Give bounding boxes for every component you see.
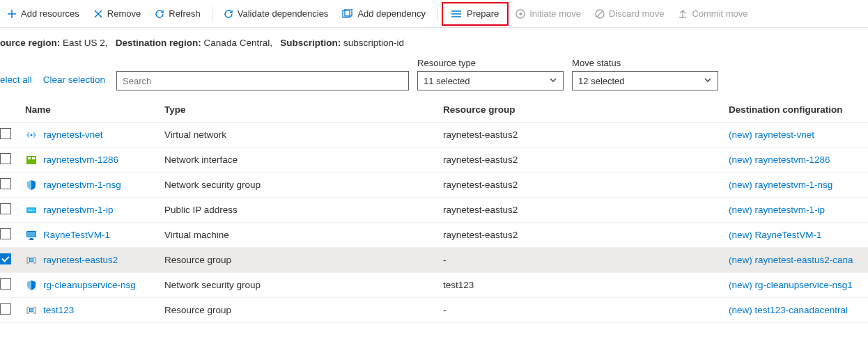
svg-point-14 — [33, 209, 34, 211]
commit-icon — [678, 9, 688, 19]
subscription-value: subscription-id — [343, 38, 404, 48]
svg-rect-16 — [27, 232, 36, 237]
resource-name-link[interactable]: RayneTestVM-1 — [43, 230, 110, 240]
commit-move-button[interactable]: Commit move — [671, 6, 754, 22]
resource-type-text: Network interface — [164, 155, 238, 165]
resource-name-link[interactable]: rg-cleanupservice-nsg — [43, 280, 136, 290]
destination-region-value: Canada Central, — [204, 38, 272, 48]
table-row: raynetest-vnet Virtual network raynetest… — [0, 122, 868, 148]
filter-row: elect all Clear selection Resource type … — [0, 58, 868, 97]
move-status-filter-label: Move status — [572, 58, 718, 68]
resource-type-filter-label: Resource type — [417, 58, 564, 68]
svg-point-13 — [31, 209, 32, 211]
discard-move-button[interactable]: Discard move — [588, 6, 671, 22]
column-header-name[interactable]: Name — [20, 97, 159, 122]
resource-group-text: test123 — [443, 280, 474, 290]
initiate-icon — [516, 9, 525, 19]
resource-name-link[interactable]: raynetest-eastus2 — [43, 255, 118, 265]
add-dependency-label: Add dependency — [357, 8, 426, 19]
svg-rect-10 — [32, 157, 35, 159]
prepare-highlight: Prepare — [442, 2, 509, 26]
destination-config-link[interactable]: (new) raynetest-eastus2-cana — [729, 255, 853, 265]
remove-button[interactable]: Remove — [86, 6, 148, 22]
nsg-icon — [25, 179, 38, 191]
resource-type-text: Public IP address — [164, 205, 238, 215]
row-checkbox[interactable] — [0, 303, 11, 315]
prepare-button[interactable]: Prepare — [449, 6, 502, 22]
resource-group-text: - — [443, 305, 447, 315]
resource-name-link[interactable]: raynetestvm-1-ip — [43, 205, 114, 215]
refresh-button[interactable]: Refresh — [148, 6, 208, 22]
chevron-down-icon — [704, 76, 712, 86]
row-checkbox[interactable] — [0, 128, 11, 139]
add-dependency-icon — [342, 9, 353, 19]
ip-icon — [25, 204, 38, 216]
move-status-dropdown[interactable]: 12 selected — [572, 71, 718, 90]
table-row: raynetestvm-1-nsg Network security group… — [0, 173, 868, 198]
initiate-move-button[interactable]: Initiate move — [509, 6, 588, 22]
rgrp-icon — [25, 254, 38, 267]
row-checkbox[interactable] — [0, 278, 11, 290]
clear-selection-link[interactable]: Clear selection — [43, 74, 108, 90]
column-header-resource-group[interactable]: Resource group — [437, 97, 723, 122]
add-dependency-button[interactable]: Add dependency — [335, 6, 433, 22]
resource-name-link[interactable]: raynetestvm-1286 — [43, 155, 118, 165]
rgrp-icon — [25, 304, 38, 317]
row-checkbox[interactable] — [0, 153, 11, 164]
column-header-type[interactable]: Type — [159, 97, 437, 122]
svg-point-2 — [451, 10, 453, 12]
destination-config-link[interactable]: (new) rg-cleanupservice-nsg1 — [729, 280, 853, 290]
source-region-label: ource region: — [0, 38, 60, 48]
validate-label: Validate dependencies — [238, 8, 329, 19]
row-checkbox[interactable] — [0, 253, 11, 264]
destination-config-link[interactable]: (new) raynetestvm-1286 — [729, 155, 830, 165]
validate-dependencies-button[interactable]: Validate dependencies — [217, 6, 336, 22]
svg-rect-19 — [30, 258, 33, 262]
move-status-value: 12 selected — [578, 76, 625, 86]
discard-icon — [595, 9, 605, 19]
refresh-icon — [155, 9, 164, 19]
table-row: RayneTestVM-1 Virtual machine raynetest-… — [0, 223, 868, 248]
resource-group-text: raynetest-eastus2 — [443, 205, 518, 215]
prepare-label: Prepare — [467, 8, 499, 19]
svg-rect-9 — [28, 157, 31, 159]
chevron-down-icon — [549, 76, 557, 86]
svg-rect-18 — [29, 239, 34, 240]
add-resources-button[interactable]: Add resources — [0, 6, 86, 22]
source-region-value: East US 2, — [63, 38, 108, 48]
search-input[interactable] — [116, 71, 409, 90]
resource-type-value: 11 selected — [424, 76, 470, 86]
destination-config-link[interactable]: (new) test123-canadacentral — [729, 305, 848, 315]
destination-config-link[interactable]: (new) raynetestvm-1-nsg — [729, 180, 832, 190]
destination-config-link[interactable]: (new) RayneTestVM-1 — [729, 230, 822, 240]
toolbar: Add resources Remove Refresh Validate de… — [0, 0, 868, 28]
refresh-label: Refresh — [169, 8, 201, 19]
add-resources-label: Add resources — [21, 8, 79, 19]
svg-rect-8 — [26, 156, 36, 164]
nsg-icon — [25, 279, 38, 292]
resource-type-text: Resource group — [164, 305, 231, 315]
table-row: test123 Resource group - (new) test123-c… — [0, 298, 868, 323]
resource-name-link[interactable]: raynetest-vnet — [43, 129, 103, 140]
destination-config-link[interactable]: (new) raynetestvm-1-ip — [729, 205, 825, 215]
resource-group-text: raynetest-eastus2 — [443, 155, 518, 165]
destination-config-link[interactable]: (new) raynetest-vnet — [729, 129, 814, 140]
select-all-link[interactable]: elect all — [0, 74, 35, 90]
row-checkbox[interactable] — [0, 228, 11, 239]
row-checkbox[interactable] — [0, 203, 11, 214]
initiate-label: Initiate move — [529, 8, 581, 19]
vm-icon — [25, 229, 38, 242]
row-checkbox[interactable] — [0, 178, 11, 189]
resource-group-text: raynetest-eastus2 — [443, 129, 518, 140]
svg-point-7 — [31, 134, 33, 136]
toolbar-divider-2 — [437, 6, 437, 22]
table-row: raynetest-eastus2 Resource group - (new)… — [0, 248, 868, 273]
resource-type-dropdown[interactable]: 11 selected — [417, 71, 564, 90]
vnet-icon — [25, 129, 38, 141]
resource-name-link[interactable]: test123 — [43, 305, 74, 315]
svg-point-3 — [451, 13, 453, 15]
resource-name-link[interactable]: raynetestvm-1-nsg — [43, 180, 121, 190]
column-header-destination[interactable]: Destination configuration — [723, 97, 868, 122]
resource-group-text: raynetest-eastus2 — [443, 230, 518, 240]
nic-icon — [25, 154, 38, 166]
